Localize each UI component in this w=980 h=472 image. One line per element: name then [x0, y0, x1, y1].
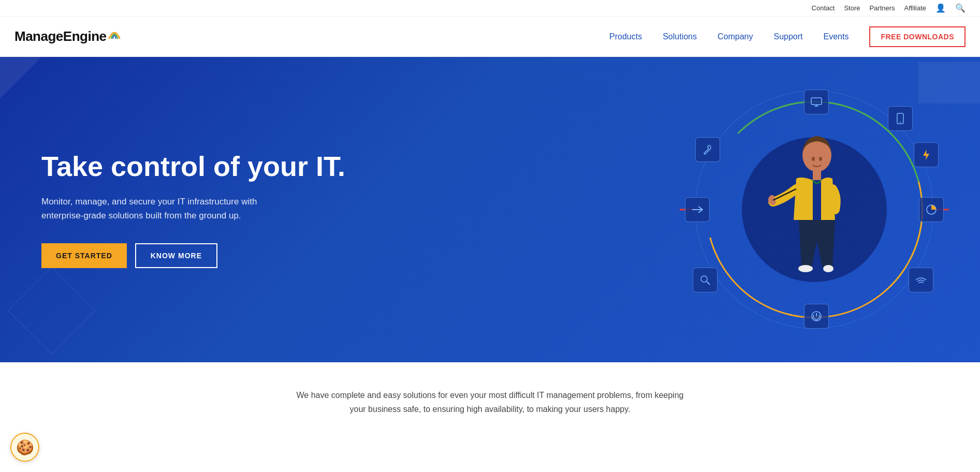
nav-company[interactable]: Company [718, 32, 753, 41]
hero-buttons: GET STARTED KNOW MORE [41, 243, 345, 268]
icon-search [693, 268, 718, 292]
topbar: Contact Store Partners Affiliate 👤 🔍 [0, 0, 980, 17]
svg-line-10 [707, 282, 710, 285]
contact-link[interactable]: Contact [812, 4, 835, 12]
svg-point-15 [823, 265, 833, 272]
navbar: ManageEngine Products Solutions Company … [0, 17, 980, 57]
svg-marker-5 [923, 150, 929, 160]
icon-lightning [914, 142, 939, 167]
know-more-button[interactable]: KNOW MORE [135, 243, 217, 268]
hero-section: Take control of your IT. Monitor, manage… [0, 57, 980, 362]
logo[interactable]: ManageEngine [14, 28, 122, 45]
nav-events[interactable]: Events [824, 32, 849, 41]
icon-monitor [804, 90, 829, 114]
search-icon[interactable]: 🔍 [955, 3, 966, 13]
hero-decor-tl [0, 57, 41, 98]
svg-point-4 [900, 122, 901, 123]
get-started-button[interactable]: GET STARTED [41, 243, 127, 268]
nav-support[interactable]: Support [773, 32, 802, 41]
hero-illustration [680, 75, 949, 344]
svg-point-18 [819, 157, 822, 161]
icon-power [804, 304, 829, 329]
svg-point-14 [798, 265, 813, 272]
free-downloads-button[interactable]: FREE DOWNLOADS [869, 26, 966, 47]
user-icon[interactable]: 👤 [935, 3, 946, 13]
svg-rect-0 [811, 98, 822, 105]
hero-title: Take control of your IT. [41, 151, 345, 182]
logo-text: ManageEngine [14, 28, 106, 45]
icon-piechart [919, 197, 944, 222]
hero-decor-bl [8, 267, 96, 355]
partners-link[interactable]: Partners [869, 4, 895, 12]
icon-arrow [685, 197, 710, 222]
affiliate-link[interactable]: Affiliate [904, 4, 926, 12]
nav-solutions[interactable]: Solutions [663, 32, 697, 41]
icon-phone [888, 106, 913, 131]
icon-security [909, 268, 933, 292]
person-illustration [768, 127, 861, 292]
logo-arc-icon [107, 29, 122, 40]
nav-links: Products Solutions Company Support Event… [609, 32, 849, 41]
nav-products[interactable]: Products [609, 32, 642, 41]
store-link[interactable]: Store [844, 4, 860, 12]
icon-tool [695, 137, 720, 162]
below-hero-text: We have complete and easy solutions for … [288, 388, 692, 416]
svg-rect-13 [813, 171, 821, 180]
hero-subtitle: Monitor, manage, and secure your IT infr… [41, 195, 280, 223]
below-hero-section: We have complete and easy solutions for … [0, 362, 980, 452]
hero-content: Take control of your IT. Monitor, manage… [41, 151, 345, 268]
svg-point-9 [701, 276, 707, 282]
svg-point-17 [812, 157, 815, 161]
